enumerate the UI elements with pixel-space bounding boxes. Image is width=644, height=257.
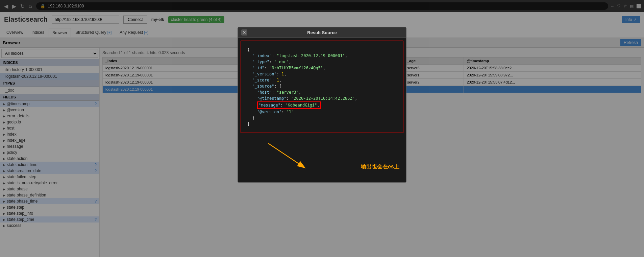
modal-header: ✕ Result Source <box>238 27 406 38</box>
svg-line-1 <box>268 143 299 164</box>
modal-title: Result Source <box>307 30 337 35</box>
annotation-text: 输出也会在es上 <box>361 163 399 170</box>
modal-close-button[interactable]: ✕ <box>241 29 247 36</box>
modal-overlay[interactable]: ✕ Result Source { "_index": "logstash-20… <box>0 0 644 257</box>
annotation-arrow <box>258 137 326 170</box>
result-source-modal: ✕ Result Source { "_index": "logstash-20… <box>238 27 406 183</box>
json-display: { "_index": "logstash-2020.12.19-000001"… <box>243 43 401 131</box>
modal-body: { "_index": "logstash-2020.12.19-000001"… <box>238 38 406 182</box>
